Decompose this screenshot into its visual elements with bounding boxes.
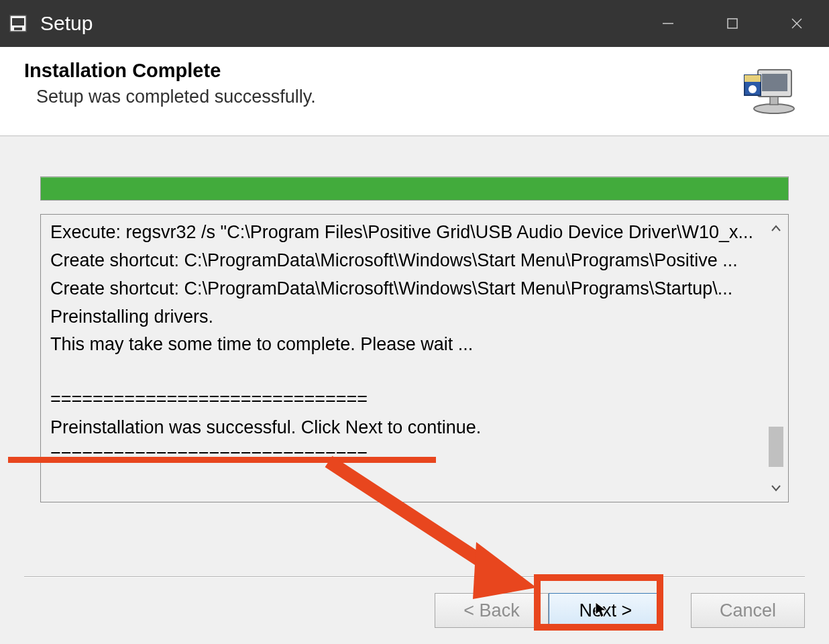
log-line: Create shortcut: C:\ProgramData\Microsof… <box>50 247 767 275</box>
log-divider: ============================== <box>50 442 767 470</box>
log-scrollbar[interactable] <box>767 219 785 498</box>
minimize-button[interactable] <box>636 0 700 47</box>
maximize-button[interactable] <box>700 0 765 47</box>
window-title: Setup <box>40 12 93 35</box>
setup-window: Setup Installation Complete Setup was co… <box>0 0 829 644</box>
svg-rect-1 <box>12 18 24 25</box>
log-line: Preinstalling drivers. <box>50 303 767 331</box>
scroll-up-button[interactable] <box>767 219 785 237</box>
annotation-underline <box>8 457 436 463</box>
header-area: Installation Complete Setup was complete… <box>0 47 829 136</box>
back-button: < Back <box>435 593 549 628</box>
title-bar[interactable]: Setup <box>0 0 829 47</box>
next-button[interactable]: Next > <box>549 593 663 628</box>
cancel-button: Cancel <box>691 593 805 628</box>
progress-bar <box>40 176 789 201</box>
page-title: Installation Complete <box>24 59 739 83</box>
svg-point-13 <box>749 85 757 93</box>
log-line: This may take some time to complete. Ple… <box>50 331 767 359</box>
app-icon <box>8 13 28 34</box>
log-line: Create shortcut: C:\ProgramData\Microsof… <box>50 275 767 303</box>
svg-rect-2 <box>14 28 22 30</box>
button-row: < Back Next > Cancel <box>0 577 829 644</box>
content-area: Execute: regsvr32 /s "C:\Program Files\P… <box>0 136 829 555</box>
installer-computer-icon <box>739 59 799 119</box>
log-success-line: Preinstallation was successful. Click Ne… <box>50 414 767 442</box>
page-subtitle: Setup was completed successfully. <box>24 87 739 107</box>
log-divider: ============================== <box>50 386 767 414</box>
svg-point-9 <box>754 104 794 113</box>
svg-rect-8 <box>762 74 787 91</box>
close-button[interactable] <box>765 0 829 47</box>
svg-rect-10 <box>770 97 778 105</box>
log-content: Execute: regsvr32 /s "C:\Program Files\P… <box>50 219 767 498</box>
log-line: Execute: regsvr32 /s "C:\Program Files\P… <box>50 219 767 247</box>
scroll-thumb[interactable] <box>769 427 783 467</box>
window-controls <box>636 0 829 47</box>
nav-button-group: < Back Next > <box>435 593 663 628</box>
scroll-down-button[interactable] <box>767 479 785 498</box>
svg-rect-4 <box>728 19 737 28</box>
svg-rect-12 <box>744 75 761 82</box>
